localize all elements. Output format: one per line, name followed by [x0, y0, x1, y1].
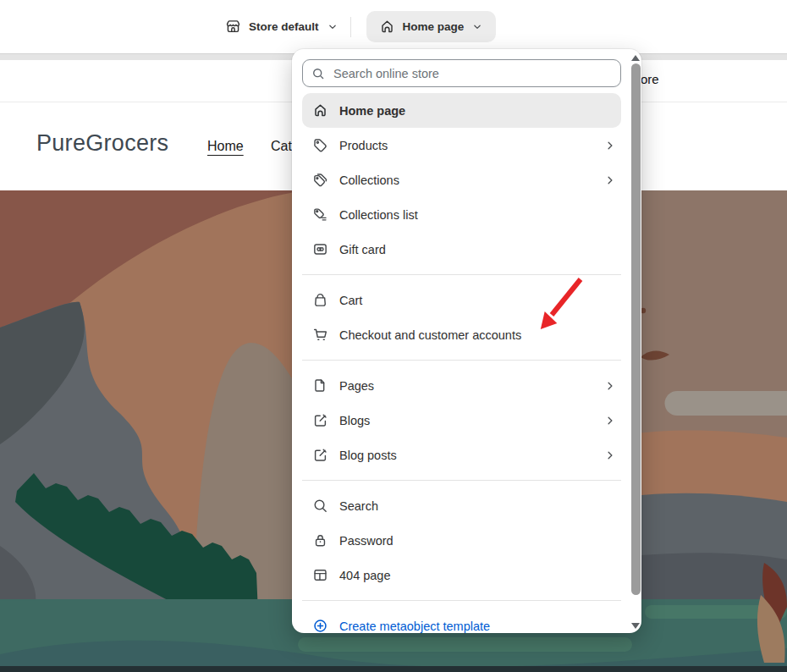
scrollbar-thumb[interactable]: [631, 63, 641, 595]
layout-icon: [312, 567, 328, 583]
collections-list-icon: [312, 207, 328, 223]
menu-item-collections-list[interactable]: Collections list: [302, 197, 621, 232]
menu-item-pages[interactable]: Pages: [302, 368, 621, 403]
collections-icon: [312, 172, 328, 188]
menu-section-pages: Pages Blogs: [302, 360, 621, 480]
admin-top-bar: Store default Home page: [0, 0, 787, 53]
page-navigation-dropdown: Home page Products Collections: [292, 49, 641, 633]
scrollbar-up-arrow[interactable]: [631, 55, 640, 61]
menu-item-password[interactable]: Password: [302, 523, 621, 558]
menu-item-home-page[interactable]: Home page: [302, 93, 621, 128]
storefront-icon: [225, 19, 241, 35]
page-selector-label: Home page: [403, 20, 465, 33]
search-input[interactable]: [332, 66, 612, 81]
menu-item-cart[interactable]: Cart: [302, 283, 621, 317]
menu-item-gift-card[interactable]: Gift card: [302, 232, 621, 267]
lock-icon: [312, 532, 328, 548]
chevron-down-icon: [327, 21, 338, 33]
menu-item-products[interactable]: Products: [302, 128, 621, 162]
compose-icon: [312, 447, 328, 463]
menu-item-search[interactable]: Search: [302, 488, 621, 523]
online-store-search[interactable]: [302, 59, 621, 87]
gift-card-icon: [312, 241, 328, 257]
menu-item-checkout-and-customer-accounts[interactable]: Checkout and customer accounts: [302, 317, 621, 352]
divider: [350, 17, 351, 37]
menu-section-checkout: Cart Checkout and customer accounts: [302, 274, 621, 360]
chevron-right-icon: [604, 415, 616, 427]
menu-item-collections[interactable]: Collections: [302, 162, 621, 197]
search-icon: [312, 498, 328, 514]
compose-icon: [312, 412, 328, 428]
home-icon: [379, 19, 395, 35]
home-icon: [312, 102, 328, 118]
menu-item-blogs[interactable]: Blogs: [302, 403, 621, 438]
page-menu: Home page Products Collections: [302, 93, 621, 633]
menu-section-metaobject: Create metaobject template: [302, 600, 621, 633]
nav-link-catalog[interactable]: Cat: [271, 139, 292, 154]
menu-section-catalog: Home page Products Collections: [302, 93, 621, 274]
announcement-text-fragment: ore: [641, 72, 659, 86]
create-metaobject-template-link[interactable]: Create metaobject template: [302, 609, 621, 633]
tag-icon: [312, 137, 328, 153]
nav-link-home[interactable]: Home: [207, 139, 244, 154]
chevron-right-icon: [604, 380, 616, 392]
cart-icon: [312, 327, 328, 343]
page-selector[interactable]: Home page: [366, 11, 497, 42]
chevron-right-icon: [604, 174, 616, 186]
chevron-right-icon: [604, 140, 616, 151]
menu-item-404-page[interactable]: 404 page: [302, 558, 621, 592]
page-icon: [312, 377, 328, 394]
search-icon: [311, 67, 325, 80]
store-selector-label: Store default: [249, 20, 319, 33]
plus-circle-icon: [312, 618, 328, 633]
chevron-down-icon: [471, 21, 483, 33]
chevron-right-icon: [604, 449, 616, 461]
scrollbar-down-arrow[interactable]: [631, 623, 640, 629]
menu-item-blog-posts[interactable]: Blog posts: [302, 438, 621, 472]
store-brand-title: PureGrocers: [36, 130, 168, 157]
bag-icon: [312, 292, 328, 308]
menu-section-utility: Search Password 404 page: [302, 480, 621, 600]
store-selector[interactable]: Store default: [225, 19, 338, 35]
